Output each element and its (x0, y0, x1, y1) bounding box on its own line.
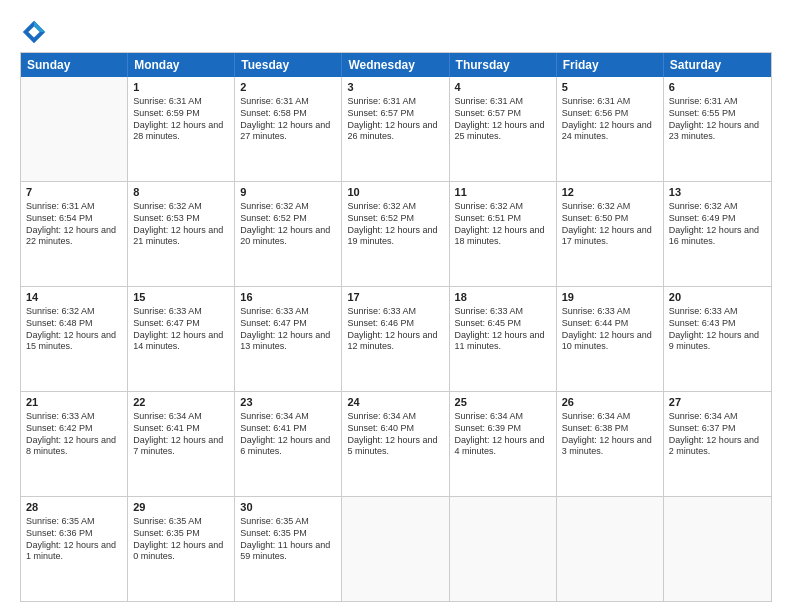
day-number: 17 (347, 290, 443, 305)
calendar: SundayMondayTuesdayWednesdayThursdayFrid… (20, 52, 772, 602)
day-number: 1 (133, 80, 229, 95)
day-header-wednesday: Wednesday (342, 53, 449, 77)
day-cell-24: 24Sunrise: 6:34 AM Sunset: 6:40 PM Dayli… (342, 392, 449, 496)
day-info: Sunrise: 6:35 AM Sunset: 6:36 PM Dayligh… (26, 516, 122, 564)
day-number: 7 (26, 185, 122, 200)
day-info: Sunrise: 6:35 AM Sunset: 6:35 PM Dayligh… (240, 516, 336, 564)
header (20, 18, 772, 46)
day-info: Sunrise: 6:34 AM Sunset: 6:41 PM Dayligh… (240, 411, 336, 459)
day-cell-21: 21Sunrise: 6:33 AM Sunset: 6:42 PM Dayli… (21, 392, 128, 496)
day-cell-27: 27Sunrise: 6:34 AM Sunset: 6:37 PM Dayli… (664, 392, 771, 496)
day-cell-7: 7Sunrise: 6:31 AM Sunset: 6:54 PM Daylig… (21, 182, 128, 286)
day-cell-17: 17Sunrise: 6:33 AM Sunset: 6:46 PM Dayli… (342, 287, 449, 391)
day-number: 19 (562, 290, 658, 305)
day-cell-13: 13Sunrise: 6:32 AM Sunset: 6:49 PM Dayli… (664, 182, 771, 286)
day-header-friday: Friday (557, 53, 664, 77)
day-cell-8: 8Sunrise: 6:32 AM Sunset: 6:53 PM Daylig… (128, 182, 235, 286)
week-row-1: 7Sunrise: 6:31 AM Sunset: 6:54 PM Daylig… (21, 182, 771, 287)
calendar-header: SundayMondayTuesdayWednesdayThursdayFrid… (21, 53, 771, 77)
day-number: 30 (240, 500, 336, 515)
day-info: Sunrise: 6:33 AM Sunset: 6:45 PM Dayligh… (455, 306, 551, 354)
day-info: Sunrise: 6:32 AM Sunset: 6:52 PM Dayligh… (347, 201, 443, 249)
day-info: Sunrise: 6:34 AM Sunset: 6:38 PM Dayligh… (562, 411, 658, 459)
day-number: 21 (26, 395, 122, 410)
day-number: 28 (26, 500, 122, 515)
day-number: 20 (669, 290, 766, 305)
day-info: Sunrise: 6:31 AM Sunset: 6:55 PM Dayligh… (669, 96, 766, 144)
day-info: Sunrise: 6:34 AM Sunset: 6:40 PM Dayligh… (347, 411, 443, 459)
day-number: 5 (562, 80, 658, 95)
day-info: Sunrise: 6:31 AM Sunset: 6:59 PM Dayligh… (133, 96, 229, 144)
day-cell-20: 20Sunrise: 6:33 AM Sunset: 6:43 PM Dayli… (664, 287, 771, 391)
day-info: Sunrise: 6:33 AM Sunset: 6:47 PM Dayligh… (133, 306, 229, 354)
day-info: Sunrise: 6:31 AM Sunset: 6:56 PM Dayligh… (562, 96, 658, 144)
day-info: Sunrise: 6:34 AM Sunset: 6:39 PM Dayligh… (455, 411, 551, 459)
empty-cell (450, 497, 557, 601)
logo-icon (20, 18, 48, 46)
day-number: 23 (240, 395, 336, 410)
day-number: 29 (133, 500, 229, 515)
day-number: 11 (455, 185, 551, 200)
day-info: Sunrise: 6:32 AM Sunset: 6:49 PM Dayligh… (669, 201, 766, 249)
day-header-saturday: Saturday (664, 53, 771, 77)
day-cell-26: 26Sunrise: 6:34 AM Sunset: 6:38 PM Dayli… (557, 392, 664, 496)
day-cell-29: 29Sunrise: 6:35 AM Sunset: 6:35 PM Dayli… (128, 497, 235, 601)
empty-cell (664, 497, 771, 601)
day-number: 22 (133, 395, 229, 410)
day-cell-5: 5Sunrise: 6:31 AM Sunset: 6:56 PM Daylig… (557, 77, 664, 181)
day-number: 14 (26, 290, 122, 305)
day-header-tuesday: Tuesday (235, 53, 342, 77)
empty-cell (557, 497, 664, 601)
day-info: Sunrise: 6:32 AM Sunset: 6:52 PM Dayligh… (240, 201, 336, 249)
day-header-sunday: Sunday (21, 53, 128, 77)
week-row-2: 14Sunrise: 6:32 AM Sunset: 6:48 PM Dayli… (21, 287, 771, 392)
day-cell-25: 25Sunrise: 6:34 AM Sunset: 6:39 PM Dayli… (450, 392, 557, 496)
day-info: Sunrise: 6:32 AM Sunset: 6:48 PM Dayligh… (26, 306, 122, 354)
day-number: 8 (133, 185, 229, 200)
day-cell-4: 4Sunrise: 6:31 AM Sunset: 6:57 PM Daylig… (450, 77, 557, 181)
day-info: Sunrise: 6:31 AM Sunset: 6:54 PM Dayligh… (26, 201, 122, 249)
day-number: 4 (455, 80, 551, 95)
day-cell-19: 19Sunrise: 6:33 AM Sunset: 6:44 PM Dayli… (557, 287, 664, 391)
page: SundayMondayTuesdayWednesdayThursdayFrid… (0, 0, 792, 612)
day-cell-2: 2Sunrise: 6:31 AM Sunset: 6:58 PM Daylig… (235, 77, 342, 181)
day-info: Sunrise: 6:33 AM Sunset: 6:46 PM Dayligh… (347, 306, 443, 354)
day-cell-15: 15Sunrise: 6:33 AM Sunset: 6:47 PM Dayli… (128, 287, 235, 391)
day-cell-9: 9Sunrise: 6:32 AM Sunset: 6:52 PM Daylig… (235, 182, 342, 286)
day-number: 25 (455, 395, 551, 410)
day-header-thursday: Thursday (450, 53, 557, 77)
day-number: 16 (240, 290, 336, 305)
day-cell-28: 28Sunrise: 6:35 AM Sunset: 6:36 PM Dayli… (21, 497, 128, 601)
day-number: 24 (347, 395, 443, 410)
day-info: Sunrise: 6:34 AM Sunset: 6:41 PM Dayligh… (133, 411, 229, 459)
calendar-body: 1Sunrise: 6:31 AM Sunset: 6:59 PM Daylig… (21, 77, 771, 601)
day-cell-16: 16Sunrise: 6:33 AM Sunset: 6:47 PM Dayli… (235, 287, 342, 391)
day-cell-22: 22Sunrise: 6:34 AM Sunset: 6:41 PM Dayli… (128, 392, 235, 496)
day-number: 13 (669, 185, 766, 200)
empty-cell (342, 497, 449, 601)
day-cell-6: 6Sunrise: 6:31 AM Sunset: 6:55 PM Daylig… (664, 77, 771, 181)
day-info: Sunrise: 6:34 AM Sunset: 6:37 PM Dayligh… (669, 411, 766, 459)
day-cell-12: 12Sunrise: 6:32 AM Sunset: 6:50 PM Dayli… (557, 182, 664, 286)
day-number: 3 (347, 80, 443, 95)
day-info: Sunrise: 6:32 AM Sunset: 6:51 PM Dayligh… (455, 201, 551, 249)
day-number: 27 (669, 395, 766, 410)
day-info: Sunrise: 6:32 AM Sunset: 6:50 PM Dayligh… (562, 201, 658, 249)
day-info: Sunrise: 6:31 AM Sunset: 6:57 PM Dayligh… (455, 96, 551, 144)
day-number: 26 (562, 395, 658, 410)
day-number: 10 (347, 185, 443, 200)
day-number: 12 (562, 185, 658, 200)
day-info: Sunrise: 6:33 AM Sunset: 6:42 PM Dayligh… (26, 411, 122, 459)
day-info: Sunrise: 6:33 AM Sunset: 6:44 PM Dayligh… (562, 306, 658, 354)
day-number: 2 (240, 80, 336, 95)
day-cell-10: 10Sunrise: 6:32 AM Sunset: 6:52 PM Dayli… (342, 182, 449, 286)
day-number: 15 (133, 290, 229, 305)
day-number: 18 (455, 290, 551, 305)
day-info: Sunrise: 6:35 AM Sunset: 6:35 PM Dayligh… (133, 516, 229, 564)
empty-cell (21, 77, 128, 181)
day-info: Sunrise: 6:33 AM Sunset: 6:47 PM Dayligh… (240, 306, 336, 354)
day-info: Sunrise: 6:31 AM Sunset: 6:57 PM Dayligh… (347, 96, 443, 144)
day-cell-23: 23Sunrise: 6:34 AM Sunset: 6:41 PM Dayli… (235, 392, 342, 496)
day-cell-3: 3Sunrise: 6:31 AM Sunset: 6:57 PM Daylig… (342, 77, 449, 181)
day-number: 6 (669, 80, 766, 95)
